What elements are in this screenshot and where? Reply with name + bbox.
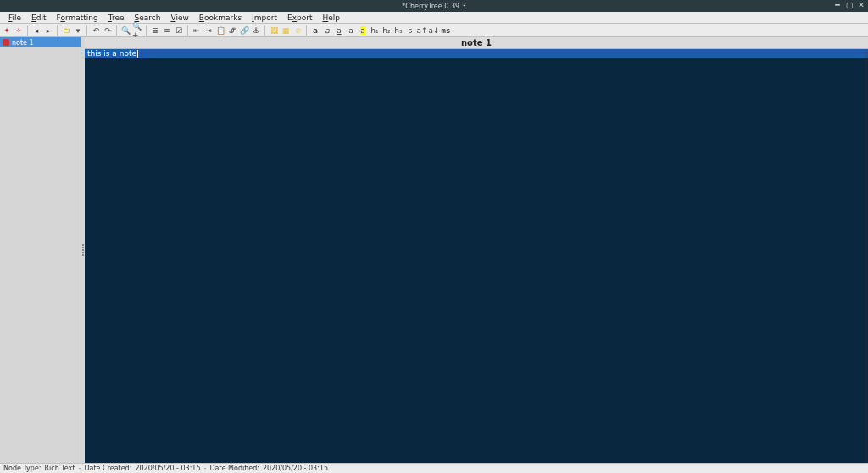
menu-bookmarks[interactable]: Bookmarks [194, 14, 247, 22]
text-caret [137, 50, 138, 58]
node-header: note 1 [85, 37, 868, 49]
editor-text: this is a note [87, 49, 136, 58]
save-dropdown-icon[interactable]: ▾ [73, 25, 83, 36]
status-date-modified-value: 2020/05/20 - 03:15 [263, 465, 328, 472]
editor-current-line[interactable]: this is a note [85, 49, 868, 58]
menu-export[interactable]: Export [282, 14, 317, 22]
list-todo-icon[interactable]: ☑ [174, 25, 184, 36]
image-icon[interactable]: 🖼 [269, 25, 279, 36]
tree-panel[interactable]: note 1 [0, 37, 81, 463]
anchor-icon[interactable]: ⚓ [251, 25, 261, 36]
menu-file[interactable]: File [3, 14, 26, 22]
toolbar-separator [86, 25, 87, 36]
paste-icon[interactable]: 📋 [215, 25, 225, 36]
node-add-icon[interactable]: ✦ [2, 25, 12, 36]
status-node-type-value: Rich Text [45, 465, 75, 472]
menu-view[interactable]: View [165, 14, 193, 22]
save-icon[interactable]: 🗀 [61, 25, 71, 36]
link-icon[interactable]: 🔗 [239, 25, 249, 36]
toolbar-separator [264, 25, 265, 36]
menubar: File Edit Formatting Tree Search View Bo… [0, 12, 868, 24]
editor-area: note 1 this is a note [85, 37, 868, 463]
statusbar: Node Type: Rich Text - Date Created: 202… [0, 463, 868, 473]
window-titlebar: *CherryTree 0.39.3 ━ ▢ ✕ [0, 0, 868, 12]
window-close-icon[interactable]: ✕ [857, 1, 865, 9]
bold-icon[interactable]: a [310, 25, 320, 36]
toolbar-separator [146, 25, 147, 36]
h1-icon[interactable]: h₁ [370, 25, 380, 36]
menu-tree[interactable]: Tree [103, 14, 130, 22]
superscript-icon[interactable]: a↑ [417, 25, 427, 36]
toolbar-separator [116, 25, 117, 36]
zoom-in-icon[interactable]: 🔍+ [132, 25, 142, 36]
subscript-icon[interactable]: a↓ [429, 25, 439, 36]
underline-icon[interactable]: a [334, 25, 344, 36]
attach-icon[interactable]: 🖇 [227, 25, 237, 36]
status-date-modified-label: Date Modified: [209, 465, 259, 472]
redo-icon[interactable]: ↷ [103, 25, 113, 36]
toolbar-separator [306, 25, 307, 36]
node-add-child-icon[interactable]: ✧ [14, 25, 24, 36]
window-title: *CherryTree 0.39.3 [402, 3, 465, 10]
status-separator: - [78, 465, 81, 472]
h3-icon[interactable]: h₃ [393, 25, 403, 36]
monospace-icon[interactable]: ms [441, 25, 451, 36]
toolbar-separator [57, 25, 58, 36]
cherry-node-icon [3, 39, 9, 46]
status-date-created-value: 2020/05/20 - 03:15 [135, 465, 200, 472]
highlight-icon[interactable]: a [358, 25, 368, 36]
window-minimize-icon[interactable]: ━ [833, 1, 842, 9]
indent-right-icon[interactable]: ⇥ [203, 25, 214, 36]
menu-search[interactable]: Search [129, 14, 165, 22]
codebox-icon[interactable]: ⎚ [292, 25, 303, 36]
list-numbered-icon[interactable]: ≡ [162, 25, 172, 36]
zoom-reset-icon[interactable]: 🔍 [120, 25, 131, 36]
status-node-type-label: Node Type: [3, 465, 42, 472]
menu-import[interactable]: Import [247, 14, 282, 22]
small-icon[interactable]: s [405, 25, 415, 36]
italic-icon[interactable]: a [322, 25, 332, 36]
tree-node-note-1[interactable]: note 1 [0, 37, 81, 47]
text-editor[interactable]: this is a note [85, 49, 868, 463]
status-date-created-label: Date Created: [84, 465, 131, 472]
table-icon[interactable]: ▦ [281, 25, 291, 36]
strikethrough-icon[interactable]: a [346, 25, 356, 36]
status-separator: - [204, 465, 207, 472]
toolbar-separator [187, 25, 188, 36]
window-maximize-icon[interactable]: ▢ [845, 1, 854, 9]
menu-formatting[interactable]: Formatting [52, 14, 103, 22]
undo-icon[interactable]: ↶ [91, 25, 101, 36]
menu-edit[interactable]: Edit [26, 14, 51, 22]
main-area: note 1 note 1 this is a note [0, 37, 868, 463]
node-header-title: note 1 [461, 38, 492, 47]
editor-scrollbar[interactable] [865, 49, 868, 463]
menu-help[interactable]: Help [317, 14, 345, 22]
nav-forward-icon[interactable]: ▸ [43, 25, 53, 36]
tree-node-label: note 1 [12, 39, 34, 47]
indent-left-icon[interactable]: ⇤ [192, 25, 202, 36]
h2-icon[interactable]: h₂ [381, 25, 392, 36]
toolbar: ✦ ✧ ◂ ▸ 🗀 ▾ ↶ ↷ 🔍 🔍+ ≣ ≡ ☑ ⇤ ⇥ 📋 🖇 🔗 ⚓ 🖼… [0, 24, 868, 37]
nav-back-icon[interactable]: ◂ [31, 25, 42, 36]
toolbar-separator [27, 25, 28, 36]
list-bulleted-icon[interactable]: ≣ [150, 25, 160, 36]
